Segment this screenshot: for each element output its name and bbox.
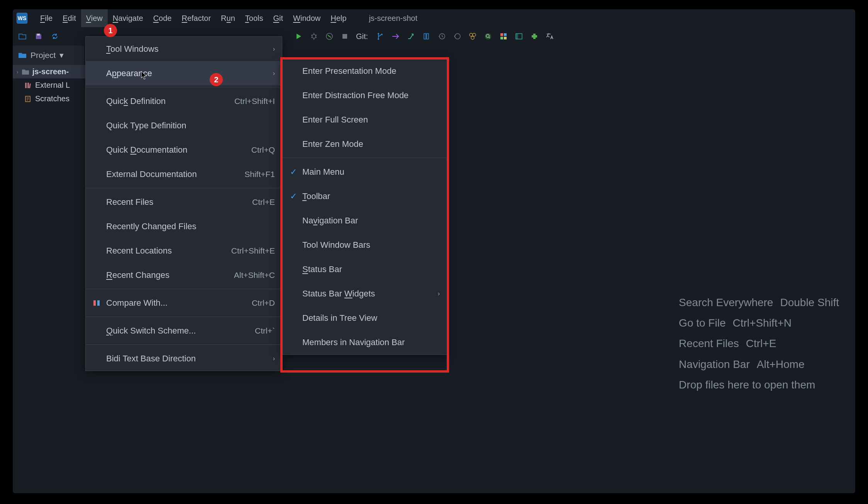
history-icon[interactable]: [437, 32, 446, 41]
mouse-cursor: [141, 71, 148, 81]
menu-status-bar[interactable]: Status Bar: [281, 257, 447, 281]
push-icon[interactable]: [407, 32, 415, 41]
menu-quick-switch-scheme[interactable]: Quick Switch Scheme...Ctrl+`: [86, 318, 282, 343]
menu-enter-presentation[interactable]: Enter Presentation Mode: [281, 59, 447, 83]
menu-help[interactable]: Help: [326, 9, 351, 27]
menu-enter-distraction-free[interactable]: Enter Distraction Free Mode: [281, 83, 447, 107]
grid-icon[interactable]: [499, 32, 508, 41]
menu-status-bar-widgets[interactable]: Status Bar Widgets›: [281, 281, 447, 306]
menu-window[interactable]: Window: [288, 9, 326, 27]
debug-icon[interactable]: [310, 32, 318, 41]
menu-members-nav-bar[interactable]: Members in Navigation Bar: [281, 330, 447, 354]
menu-quick-documentation[interactable]: Quick DocumentationCtrl+Q: [86, 138, 282, 162]
menu-edit[interactable]: Edit: [58, 9, 81, 27]
find-icon[interactable]: [484, 32, 492, 41]
menu-quick-definition[interactable]: Quick DefinitionCtrl+Shift+I: [86, 89, 282, 113]
svg-rect-26: [93, 300, 96, 306]
menu-navigate[interactable]: Navigate: [108, 9, 148, 27]
stop-icon[interactable]: [341, 32, 349, 41]
menu-appearance[interactable]: Appearance›: [86, 61, 282, 85]
annotation-callout-2: 2: [210, 73, 223, 86]
compare-icon: [93, 299, 104, 307]
extensions-icon[interactable]: [530, 32, 539, 41]
shortcut-label: Ctrl+E: [252, 198, 275, 207]
tree-ext-label: External L: [35, 81, 70, 90]
menu-tools[interactable]: Tools: [240, 9, 268, 27]
hint-shortcut: Double Shift: [780, 292, 839, 313]
project-panel-label: Project: [31, 51, 56, 60]
check-icon: ✓: [288, 167, 298, 177]
chevron-right-icon: ›: [273, 70, 275, 77]
check-icon: ✓: [288, 191, 298, 201]
menu-separator: [86, 188, 282, 188]
layout-icon[interactable]: [515, 32, 523, 41]
rollback-icon[interactable]: [453, 32, 461, 41]
menu-view[interactable]: View: [81, 9, 108, 27]
svg-point-6: [381, 34, 383, 35]
menu-enter-zen[interactable]: Enter Zen Mode: [281, 132, 447, 156]
menu-main-menu[interactable]: ✓Main Menu: [281, 160, 447, 184]
svg-rect-27: [97, 300, 100, 306]
refresh-icon[interactable]: [51, 32, 59, 41]
svg-rect-19: [504, 37, 507, 39]
update-icon[interactable]: [422, 32, 431, 41]
menu-recent-locations[interactable]: Recent LocationsCtrl+Shift+E: [86, 238, 282, 263]
menu-toolbar[interactable]: ✓Toolbar: [281, 184, 447, 208]
menu-separator: [86, 317, 282, 317]
expand-icon[interactable]: ›: [17, 69, 19, 75]
menu-tool-window-bars[interactable]: Tool Window Bars: [281, 233, 447, 257]
menu-quick-type-definition[interactable]: Quick Type Definition: [86, 113, 282, 138]
folder-icon: [22, 68, 29, 75]
shortcut-label: Ctrl+`: [255, 326, 275, 335]
menu-code[interactable]: Code: [148, 9, 177, 27]
translate-icon[interactable]: [546, 32, 554, 41]
view-menu: Tool Windows› Appearance› Quick Definiti…: [85, 36, 282, 371]
run-icon[interactable]: [294, 32, 303, 41]
shortcut-label: Ctrl+Shift+I: [234, 97, 275, 106]
menu-recent-changes[interactable]: Recent ChangesAlt+Shift+C: [86, 263, 282, 287]
menubar: WS File Edit View Navigate Code Refactor…: [13, 9, 855, 27]
menu-compare-with[interactable]: Compare With...Ctrl+D: [86, 291, 282, 315]
chevron-right-icon: ›: [273, 46, 275, 53]
chevron-down-icon: ▾: [59, 51, 64, 60]
menu-navigation-bar[interactable]: Navigation Bar: [281, 208, 447, 233]
branch-icon[interactable]: [376, 32, 384, 41]
coverage-icon[interactable]: [325, 32, 334, 41]
svg-rect-21: [516, 34, 518, 39]
menu-details-tree-view[interactable]: Details in Tree View: [281, 306, 447, 330]
menu-git[interactable]: Git: [268, 9, 288, 27]
svg-rect-22: [25, 83, 27, 88]
menu-recently-changed-files[interactable]: Recently Changed Files: [86, 214, 282, 238]
svg-point-1: [312, 34, 316, 38]
menu-file[interactable]: File: [35, 9, 58, 27]
svg-rect-7: [424, 34, 426, 39]
svg-rect-16: [500, 33, 503, 36]
menu-external-documentation[interactable]: External DocumentationShift+F1: [86, 162, 282, 186]
svg-rect-18: [500, 37, 503, 39]
git-label: Git:: [356, 32, 368, 41]
chevron-right-icon: ›: [438, 290, 440, 297]
hint-shortcut: Ctrl+Shift+N: [733, 313, 792, 333]
menu-refactor[interactable]: Refactor: [176, 9, 216, 27]
open-icon[interactable]: [18, 32, 27, 41]
menu-separator: [86, 344, 282, 345]
tree-scratches-label: Scratches: [35, 94, 70, 103]
menu-enter-full-screen[interactable]: Enter Full Screen: [281, 107, 447, 132]
intellij-icon[interactable]: [468, 32, 477, 41]
commit-icon[interactable]: [391, 32, 400, 41]
svg-rect-3: [342, 34, 347, 39]
menu-run[interactable]: Run: [216, 9, 240, 27]
library-icon: [24, 82, 32, 89]
save-icon[interactable]: [34, 32, 43, 41]
project-title: js-screen-shot: [369, 14, 417, 23]
ide-window: WS File Edit View Navigate Code Refactor…: [13, 9, 855, 493]
svg-rect-23: [27, 83, 29, 88]
svg-rect-24: [29, 83, 31, 88]
shortcut-label: Shift+F1: [244, 170, 275, 179]
appearance-submenu: Enter Presentation Mode Enter Distractio…: [281, 58, 447, 355]
menu-bidi[interactable]: Bidi Text Base Direction›: [86, 346, 282, 371]
menu-recent-files[interactable]: Recent FilesCtrl+E: [86, 190, 282, 214]
scratches-icon: [24, 95, 32, 102]
project-panel-header[interactable]: Project ▾: [13, 46, 84, 65]
menu-tool-windows[interactable]: Tool Windows›: [86, 37, 282, 61]
